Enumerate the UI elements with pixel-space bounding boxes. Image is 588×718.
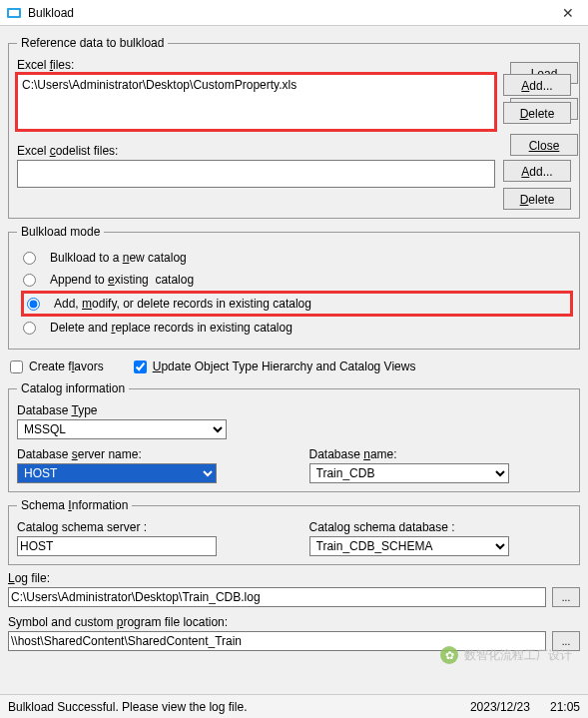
app-icon [6,5,22,21]
log-file-label: Log file: [8,571,580,585]
db-name-select[interactable]: Train_CDB [309,463,509,483]
excel-files-label: Excel files: [17,58,571,72]
titlebar: Bulkload ✕ [0,0,588,26]
status-time: 21:05 [550,700,580,714]
mode-label-delrep: Delete and replace records in existing c… [50,319,293,337]
symbol-location-browse-button[interactable]: ... [552,631,580,651]
server-name-select[interactable]: HOST [17,463,217,483]
update-hierarchy-checkbox[interactable] [134,360,147,373]
create-flavors-checkbox[interactable] [10,360,23,373]
reference-legend: Reference data to bulkload [17,36,168,50]
codelist-add-button[interactable]: Add... [503,160,571,182]
mode-radio-amd[interactable] [27,298,40,311]
schema-info-legend: Schema Information [17,498,132,512]
mode-radio-new[interactable] [23,252,36,265]
db-type-select[interactable]: MSSQL [17,419,227,439]
excel-delete-button[interactable]: Delete [503,102,571,124]
log-file-browse-button[interactable]: ... [552,587,580,607]
create-flavors-checkbox-wrap[interactable]: Create flavors [10,359,104,373]
reference-group: Reference data to bulkload Excel files: … [8,36,580,219]
symbol-location-label: Symbol and custom program file location: [8,615,580,629]
mode-label-amd: Add, modify, or delete records in existi… [54,295,311,313]
schema-db-label: Catalog schema database : [309,520,572,534]
mode-label-append: Append to existing catalog [50,271,194,289]
codelist-delete-button[interactable]: Delete [503,188,571,210]
close-window-button[interactable]: ✕ [548,0,588,26]
create-flavors-label: Create flavors [29,359,104,373]
server-name-label: Database server name: [17,447,280,461]
mode-radio-append[interactable] [23,274,36,287]
mode-group: Bulkload mode Bulkload to a new catalog … [8,225,580,350]
svg-rect-1 [9,10,19,16]
schema-db-select[interactable]: Train_CDB_SCHEMA [309,536,509,556]
mode-legend: Bulkload mode [17,225,104,239]
excel-add-button[interactable]: Add... [503,74,571,96]
schema-server-label: Catalog schema server : [17,520,280,534]
window-title: Bulkload [28,6,548,20]
catalog-info-legend: Catalog information [17,381,129,395]
update-hierarchy-checkbox-wrap[interactable]: Update Object Type Hierarchy and Catalog… [134,359,416,373]
excel-file-item[interactable]: C:\Users\Administrator\Desktop\CustomPro… [22,77,490,93]
schema-info-group: Schema Information Catalog schema server… [8,498,580,565]
excel-files-listbox[interactable]: C:\Users\Administrator\Desktop\CustomPro… [17,74,495,130]
status-bar: Bulkload Successful. Please view the log… [0,694,588,718]
symbol-location-input[interactable] [8,631,546,651]
codelist-label: Excel codelist files: [17,144,571,158]
update-hierarchy-label: Update Object Type Hierarchy and Catalog… [153,359,416,373]
db-type-label: Database Type [17,403,571,417]
mode-radio-delrep[interactable] [23,322,36,335]
status-date: 2023/12/23 [470,700,530,714]
status-message: Bulkload Successful. Please view the log… [8,700,470,714]
db-name-label: Database name: [309,447,572,461]
log-file-input[interactable] [8,587,546,607]
codelist-listbox[interactable] [17,160,495,188]
mode-label-new: Bulkload to a new catalog [50,249,187,267]
schema-server-input[interactable] [17,536,217,556]
catalog-info-group: Catalog information Database Type MSSQL … [8,381,580,492]
